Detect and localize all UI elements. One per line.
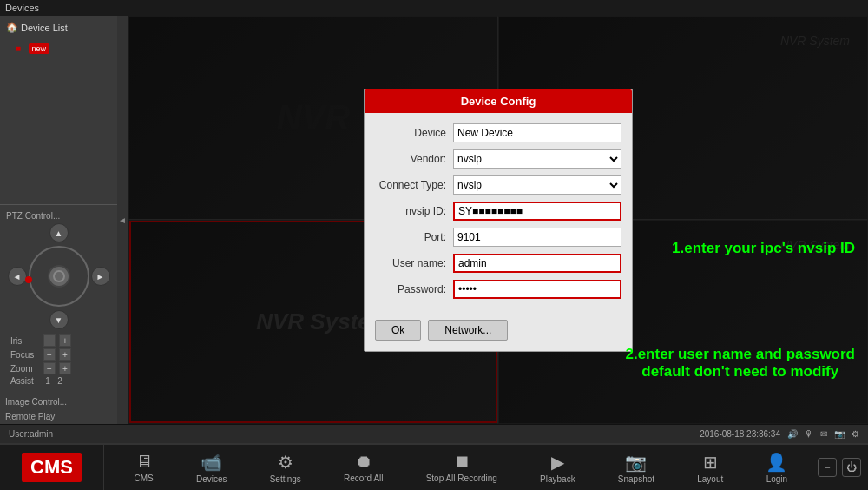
snapshot-icon: 📷	[625, 452, 647, 473]
annotation-2-line1: 2.enter user name and password	[625, 346, 855, 363]
device-config-modal: Device Config Device Vendor: nvsip	[364, 89, 633, 352]
nvsip-id-label: nvsip ID:	[375, 205, 453, 217]
connect-type-label: Connect Type:	[375, 179, 453, 191]
iris-minus-btn[interactable]: −	[43, 334, 56, 347]
password-input[interactable]	[453, 280, 621, 299]
sidebar-main: 🏠 Device List ■ new PTZ Control...	[0, 16, 117, 424]
taskbar-item-devices[interactable]: 📹 Devices	[189, 450, 234, 486]
minimize-btn[interactable]: −	[818, 458, 837, 477]
taskbar-item-settings[interactable]: ⚙ Settings	[263, 450, 308, 486]
connect-type-row: Connect Type: nvsip	[375, 175, 621, 195]
taskbar-item-layout[interactable]: ⊞ Layout	[690, 450, 730, 486]
taskbar-item-record-all[interactable]: ⏺ Record All	[337, 450, 391, 485]
layout-icon: ⊞	[703, 452, 718, 473]
modal-body: Device Vendor: nvsip Connect Ty	[365, 113, 632, 316]
taskbar-right: − ⏻	[818, 458, 868, 477]
device-item[interactable]: ■ new	[3, 39, 114, 55]
modal-footer: Ok Network...	[365, 316, 632, 351]
remote-play-btn[interactable]: Remote Play	[0, 409, 117, 424]
device-input[interactable]	[453, 123, 621, 142]
taskbar-item-snapshot[interactable]: 📷 Snapshot	[611, 450, 661, 486]
taskbar-item-playback[interactable]: ▶ Playback	[533, 450, 582, 486]
new-badge: new	[29, 43, 50, 54]
zoom-plus-btn[interactable]: +	[59, 362, 71, 374]
stop-all-label: Stop All Recording	[426, 473, 497, 483]
speaker-icon[interactable]: 🔊	[787, 429, 798, 439]
ptz-up-btn[interactable]: ▲	[49, 223, 69, 242]
playback-label: Playback	[540, 474, 575, 484]
power-btn[interactable]: ⏻	[842, 458, 861, 477]
port-row: Port:	[375, 228, 621, 247]
modal-overlay: Device Config Device Vendor: nvsip	[128, 16, 868, 424]
ptz-down-btn[interactable]: ▼	[49, 310, 69, 329]
sidebar-spacer	[0, 58, 117, 204]
nvsip-id-input[interactable]	[453, 202, 621, 221]
annotation-1: 1.enter your ipc's nvsip ID	[672, 240, 855, 257]
ptz-up-row: ▲	[3, 223, 114, 242]
home-icon: 🏠	[6, 22, 18, 33]
ptz-left-btn[interactable]: ◄	[8, 267, 27, 286]
stop-all-icon: ⏹	[453, 452, 470, 472]
settings-label: Settings	[270, 474, 301, 484]
ptz-right-btn[interactable]: ►	[91, 267, 110, 286]
status-user: User:admin	[9, 429, 53, 439]
image-control-btn[interactable]: Image Control...	[0, 394, 117, 409]
ptz-section: PTZ Control... ▲ ◄	[0, 204, 117, 394]
taskbar-item-stop-all[interactable]: ⏹ Stop All Recording	[419, 450, 504, 485]
zoom-minus-btn[interactable]: −	[43, 362, 56, 374]
top-bar-title: Devices	[5, 3, 39, 13]
iris-label: Iris	[10, 336, 42, 346]
iris-focus-zoom: Iris − + Focus − + Zoom −	[3, 329, 114, 391]
nvsip-id-row: nvsip ID:	[375, 202, 621, 221]
assist-row: Assist 1 2	[10, 376, 107, 386]
ptz-center-icon	[53, 270, 65, 282]
cms-icon: 🖥	[135, 452, 153, 472]
iris-plus-btn[interactable]: +	[59, 334, 71, 347]
device-row: Device	[375, 123, 621, 142]
vendor-select[interactable]: nvsip	[453, 149, 621, 169]
annotation-2-line2: default don't need to modify	[625, 363, 855, 381]
focus-row: Focus − +	[10, 348, 107, 361]
main-video-area: NVR NVR System NVR System NVR Syste	[128, 16, 868, 424]
zoom-row: Zoom − +	[10, 362, 107, 374]
assist-label: Assist	[10, 376, 42, 386]
ptz-red-slider	[25, 276, 32, 283]
status-bar: User:admin 2016-08-18 23:36:34 🔊 🎙 ✉ 📷 ⚙	[0, 424, 868, 443]
snapshot-label: Snapshot	[618, 474, 654, 484]
connect-type-select[interactable]: nvsip	[453, 175, 621, 195]
vendor-label: Vendor:	[375, 153, 453, 165]
login-label: Login	[766, 474, 787, 484]
focus-plus-btn[interactable]: +	[59, 348, 71, 361]
ptz-outer-ring	[29, 246, 89, 307]
username-input[interactable]	[453, 254, 621, 273]
devices-label: Devices	[196, 474, 227, 484]
cms-logo-badge: CMS	[22, 453, 82, 482]
status-datetime: 2016-08-18 23:36:34	[700, 429, 780, 439]
ok-button[interactable]: Ok	[375, 320, 421, 341]
mic-icon[interactable]: 🎙	[805, 429, 813, 439]
taskbar-logo: CMS	[0, 445, 104, 490]
password-label: Password:	[375, 283, 453, 295]
port-label: Port:	[375, 231, 453, 243]
taskbar-item-cms[interactable]: 🖥 CMS	[128, 450, 161, 485]
ptz-down-row: ▼	[3, 310, 114, 329]
sidebar-collapse-btn[interactable]: ◄	[117, 16, 128, 424]
port-input[interactable]	[453, 228, 621, 247]
top-bar: Devices	[0, 0, 868, 16]
taskbar: CMS 🖥 CMS 📹 Devices ⚙ Settings ⏺ Record …	[0, 443, 868, 490]
camera-icon[interactable]: 📷	[834, 429, 845, 439]
network-button[interactable]: Network...	[428, 320, 508, 341]
ptz-control-area: ▲ ◄	[3, 223, 114, 329]
taskbar-items: 🖥 CMS 📹 Devices ⚙ Settings ⏺ Record All …	[104, 450, 818, 486]
mail-icon[interactable]: ✉	[820, 429, 827, 439]
sidebar-inner: 🏠 Device List ■ new PTZ Control...	[0, 16, 128, 424]
focus-minus-btn[interactable]: −	[43, 348, 56, 361]
settings-icon[interactable]: ⚙	[852, 429, 859, 439]
ptz-center-btn[interactable]	[48, 265, 70, 288]
taskbar-item-login[interactable]: 👤 Login	[759, 450, 794, 486]
modal-header: Device Config	[365, 89, 632, 113]
record-all-label: Record All	[344, 473, 384, 483]
ptz-label[interactable]: PTZ Control...	[3, 209, 114, 223]
assist-num1: 1	[42, 376, 54, 386]
chevron-left-icon: ◄	[118, 215, 127, 225]
